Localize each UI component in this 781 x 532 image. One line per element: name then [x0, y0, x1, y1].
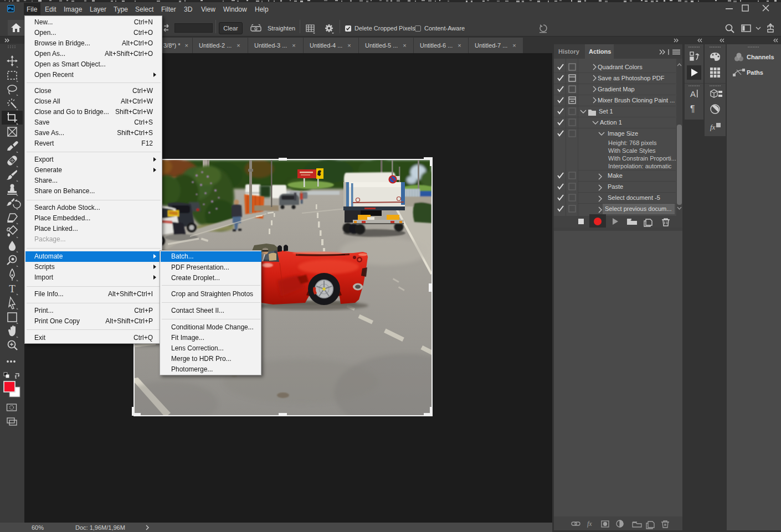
- svg-text:fx: fx: [710, 123, 716, 131]
- svg-text:¶: ¶: [690, 104, 695, 113]
- svg-text:fx: fx: [587, 520, 592, 528]
- svg-text:A: A: [690, 89, 696, 99]
- svg-text:T: T: [9, 283, 16, 295]
